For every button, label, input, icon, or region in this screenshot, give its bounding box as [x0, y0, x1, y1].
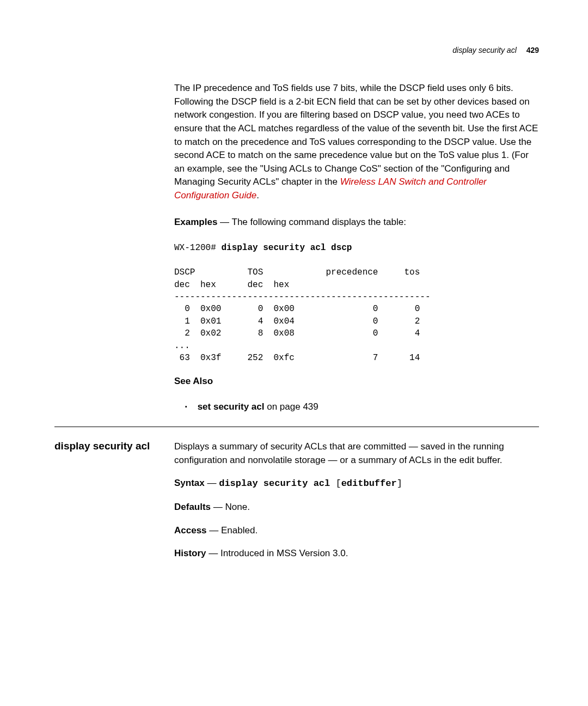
see-also-heading: See Also [174, 375, 539, 388]
examples-text: — The following command displays the tab… [217, 217, 406, 227]
section-row: display security acl Displays a summary … [54, 440, 539, 570]
console-command: display security acl dscp [221, 243, 352, 253]
page-content: The IP precedence and ToS fields use 7 b… [174, 82, 539, 412]
defaults-text: — None. [211, 502, 250, 512]
examples-label: Examples [174, 217, 217, 227]
history-label: History [174, 548, 206, 558]
section-body: Displays a summary of security ACLs that… [174, 440, 539, 570]
syntax-label: Syntax [174, 478, 205, 488]
intro-text: The IP precedence and ToS fields use 7 b… [174, 83, 538, 187]
syntax-command: display security acl [219, 478, 335, 489]
intro-period: . [256, 190, 259, 200]
intro-paragraph: The IP precedence and ToS fields use 7 b… [174, 82, 539, 203]
console-prompt: WX-1200# [174, 243, 221, 253]
access-label: Access [174, 525, 207, 535]
access-text: — Enabled. [207, 525, 258, 535]
see-also-item: set security acl on page 439 [185, 401, 539, 412]
section-divider [54, 427, 539, 427]
defaults-line: Defaults — None. [174, 501, 539, 514]
syntax-line: Syntax — display security acl [editbuffe… [174, 477, 539, 491]
syntax-lbracket: [ [335, 478, 341, 489]
syntax-rbracket: ] [397, 478, 402, 489]
see-also-link[interactable]: set security acl [198, 401, 265, 412]
console-block: WX-1200# display security acl dscp DSCP … [174, 242, 539, 364]
page-number: 429 [526, 46, 539, 54]
examples-line: Examples — The following command display… [174, 216, 539, 229]
running-title: display security acl [452, 46, 517, 54]
see-also-page: on page 439 [265, 401, 318, 412]
syntax-optional: editbuffer [341, 478, 397, 489]
console-table: DSCP TOS precedence tos dec hex dec hex … [174, 267, 430, 363]
section-summary: Displays a summary of security ACLs that… [174, 440, 539, 467]
section-title: display security acl [54, 440, 163, 570]
defaults-label: Defaults [174, 502, 211, 512]
running-header: display security acl 429 [452, 46, 539, 54]
see-also-list: set security acl on page 439 [174, 401, 539, 412]
history-text: — Introduced in MSS Version 3.0. [206, 548, 348, 558]
access-line: Access — Enabled. [174, 524, 539, 538]
history-line: History — Introduced in MSS Version 3.0. [174, 547, 539, 561]
syntax-dash: — [205, 478, 219, 488]
